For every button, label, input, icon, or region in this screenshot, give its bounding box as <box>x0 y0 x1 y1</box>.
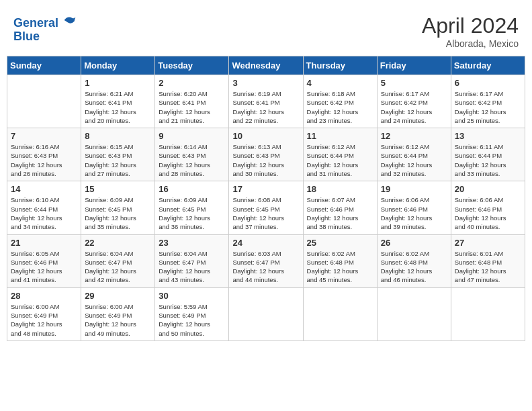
cell-info: Sunrise: 6:07 AM Sunset: 6:46 PM Dayligh… <box>307 195 373 231</box>
calendar-day-cell: 19Sunrise: 6:06 AM Sunset: 6:46 PM Dayli… <box>377 181 451 234</box>
cell-info: Sunrise: 6:06 AM Sunset: 6:46 PM Dayligh… <box>455 195 521 231</box>
day-header-monday: Monday <box>81 56 155 75</box>
cell-info: Sunrise: 6:17 AM Sunset: 6:42 PM Dayligh… <box>381 89 447 125</box>
calendar-day-cell: 9Sunrise: 6:14 AM Sunset: 6:43 PM Daylig… <box>155 128 229 181</box>
day-number: 26 <box>381 238 447 248</box>
calendar-day-cell: 18Sunrise: 6:07 AM Sunset: 6:46 PM Dayli… <box>303 181 377 234</box>
calendar-day-cell: 7Sunrise: 6:16 AM Sunset: 6:43 PM Daylig… <box>7 128 81 181</box>
day-number: 13 <box>455 131 521 141</box>
calendar-table: SundayMondayTuesdayWednesdayThursdayFrid… <box>7 56 525 341</box>
day-number: 8 <box>85 131 151 141</box>
logo: General Blue <box>13 13 77 44</box>
day-header-thursday: Thursday <box>303 56 377 75</box>
day-number: 18 <box>307 184 373 194</box>
day-number: 16 <box>159 184 225 194</box>
day-number: 5 <box>381 78 447 88</box>
cell-info: Sunrise: 6:04 AM Sunset: 6:47 PM Dayligh… <box>159 249 225 285</box>
calendar-day-cell: 26Sunrise: 6:02 AM Sunset: 6:48 PM Dayli… <box>377 234 451 287</box>
day-header-friday: Friday <box>377 56 451 75</box>
empty-cell <box>303 287 377 340</box>
cell-info: Sunrise: 6:20 AM Sunset: 6:41 PM Dayligh… <box>159 89 225 125</box>
logo-line1: General <box>13 16 58 30</box>
empty-cell <box>451 287 525 340</box>
calendar-day-cell: 29Sunrise: 6:00 AM Sunset: 6:49 PM Dayli… <box>81 287 155 340</box>
cell-info: Sunrise: 6:01 AM Sunset: 6:48 PM Dayligh… <box>455 249 521 285</box>
cell-info: Sunrise: 6:06 AM Sunset: 6:46 PM Dayligh… <box>381 195 447 231</box>
day-header-wednesday: Wednesday <box>229 56 303 75</box>
calendar-day-cell: 14Sunrise: 6:10 AM Sunset: 6:44 PM Dayli… <box>7 181 81 234</box>
calendar-day-cell: 20Sunrise: 6:06 AM Sunset: 6:46 PM Dayli… <box>451 181 525 234</box>
day-number: 3 <box>232 78 299 88</box>
calendar-day-cell: 8Sunrise: 6:15 AM Sunset: 6:43 PM Daylig… <box>81 128 155 181</box>
cell-info: Sunrise: 6:21 AM Sunset: 6:41 PM Dayligh… <box>85 89 151 125</box>
calendar-day-cell: 17Sunrise: 6:08 AM Sunset: 6:45 PM Dayli… <box>229 181 303 234</box>
empty-cell <box>7 75 81 128</box>
day-number: 2 <box>159 78 225 88</box>
calendar-day-cell: 1Sunrise: 6:21 AM Sunset: 6:41 PM Daylig… <box>81 75 155 128</box>
calendar-day-cell: 2Sunrise: 6:20 AM Sunset: 6:41 PM Daylig… <box>155 75 229 128</box>
cell-info: Sunrise: 6:03 AM Sunset: 6:47 PM Dayligh… <box>232 249 299 285</box>
day-number: 4 <box>307 78 373 88</box>
day-number: 1 <box>85 78 151 88</box>
cell-info: Sunrise: 6:09 AM Sunset: 6:45 PM Dayligh… <box>159 195 225 231</box>
cell-info: Sunrise: 6:13 AM Sunset: 6:43 PM Dayligh… <box>232 142 299 178</box>
logo-icon <box>63 13 77 27</box>
empty-cell <box>377 287 451 340</box>
calendar-day-cell: 16Sunrise: 6:09 AM Sunset: 6:45 PM Dayli… <box>155 181 229 234</box>
empty-cell <box>229 287 303 340</box>
title-block: April 2024 Alborada, Mexico <box>422 13 519 49</box>
day-number: 20 <box>455 184 521 194</box>
day-number: 27 <box>455 238 521 248</box>
day-number: 9 <box>159 131 225 141</box>
day-header-tuesday: Tuesday <box>155 56 229 75</box>
cell-info: Sunrise: 6:18 AM Sunset: 6:42 PM Dayligh… <box>307 89 373 125</box>
cell-info: Sunrise: 6:02 AM Sunset: 6:48 PM Dayligh… <box>381 249 447 285</box>
calendar-header-row: SundayMondayTuesdayWednesdayThursdayFrid… <box>7 56 525 75</box>
month-year: April 2024 <box>422 13 519 38</box>
calendar-week-row: 21Sunrise: 6:05 AM Sunset: 6:46 PM Dayli… <box>7 234 525 287</box>
logo-text: General <box>13 13 77 30</box>
calendar-day-cell: 21Sunrise: 6:05 AM Sunset: 6:46 PM Dayli… <box>7 234 81 287</box>
calendar-day-cell: 4Sunrise: 6:18 AM Sunset: 6:42 PM Daylig… <box>303 75 377 128</box>
day-number: 23 <box>159 238 225 248</box>
cell-info: Sunrise: 6:17 AM Sunset: 6:42 PM Dayligh… <box>455 89 521 125</box>
day-number: 14 <box>11 184 77 194</box>
cell-info: Sunrise: 6:10 AM Sunset: 6:44 PM Dayligh… <box>11 195 77 231</box>
day-number: 6 <box>455 78 521 88</box>
day-number: 17 <box>232 184 299 194</box>
cell-info: Sunrise: 6:12 AM Sunset: 6:44 PM Dayligh… <box>381 142 447 178</box>
cell-info: Sunrise: 6:14 AM Sunset: 6:43 PM Dayligh… <box>159 142 225 178</box>
day-number: 7 <box>11 131 77 141</box>
day-number: 25 <box>307 238 373 248</box>
day-number: 24 <box>232 238 299 248</box>
calendar-day-cell: 11Sunrise: 6:12 AM Sunset: 6:44 PM Dayli… <box>303 128 377 181</box>
cell-info: Sunrise: 5:59 AM Sunset: 6:49 PM Dayligh… <box>159 302 225 338</box>
cell-info: Sunrise: 6:08 AM Sunset: 6:45 PM Dayligh… <box>232 195 299 231</box>
day-number: 10 <box>232 131 299 141</box>
cell-info: Sunrise: 6:02 AM Sunset: 6:48 PM Dayligh… <box>307 249 373 285</box>
day-number: 12 <box>381 131 447 141</box>
cell-info: Sunrise: 6:00 AM Sunset: 6:49 PM Dayligh… <box>85 302 151 338</box>
calendar-week-row: 7Sunrise: 6:16 AM Sunset: 6:43 PM Daylig… <box>7 128 525 181</box>
cell-info: Sunrise: 6:11 AM Sunset: 6:44 PM Dayligh… <box>455 142 521 178</box>
logo-line2: Blue <box>13 30 77 44</box>
day-number: 30 <box>159 291 225 301</box>
calendar-day-cell: 3Sunrise: 6:19 AM Sunset: 6:41 PM Daylig… <box>229 75 303 128</box>
calendar-day-cell: 23Sunrise: 6:04 AM Sunset: 6:47 PM Dayli… <box>155 234 229 287</box>
calendar-day-cell: 6Sunrise: 6:17 AM Sunset: 6:42 PM Daylig… <box>451 75 525 128</box>
calendar-day-cell: 13Sunrise: 6:11 AM Sunset: 6:44 PM Dayli… <box>451 128 525 181</box>
cell-info: Sunrise: 6:16 AM Sunset: 6:43 PM Dayligh… <box>11 142 77 178</box>
cell-info: Sunrise: 6:04 AM Sunset: 6:47 PM Dayligh… <box>85 249 151 285</box>
calendar-day-cell: 28Sunrise: 6:00 AM Sunset: 6:49 PM Dayli… <box>7 287 81 340</box>
location: Alborada, Mexico <box>422 38 519 49</box>
day-number: 15 <box>85 184 151 194</box>
calendar-day-cell: 24Sunrise: 6:03 AM Sunset: 6:47 PM Dayli… <box>229 234 303 287</box>
calendar-week-row: 28Sunrise: 6:00 AM Sunset: 6:49 PM Dayli… <box>7 287 525 340</box>
calendar-day-cell: 30Sunrise: 5:59 AM Sunset: 6:49 PM Dayli… <box>155 287 229 340</box>
cell-info: Sunrise: 6:05 AM Sunset: 6:46 PM Dayligh… <box>11 249 77 285</box>
calendar-day-cell: 27Sunrise: 6:01 AM Sunset: 6:48 PM Dayli… <box>451 234 525 287</box>
calendar-day-cell: 10Sunrise: 6:13 AM Sunset: 6:43 PM Dayli… <box>229 128 303 181</box>
cell-info: Sunrise: 6:19 AM Sunset: 6:41 PM Dayligh… <box>232 89 299 125</box>
calendar-week-row: 14Sunrise: 6:10 AM Sunset: 6:44 PM Dayli… <box>7 181 525 234</box>
cell-info: Sunrise: 6:15 AM Sunset: 6:43 PM Dayligh… <box>85 142 151 178</box>
